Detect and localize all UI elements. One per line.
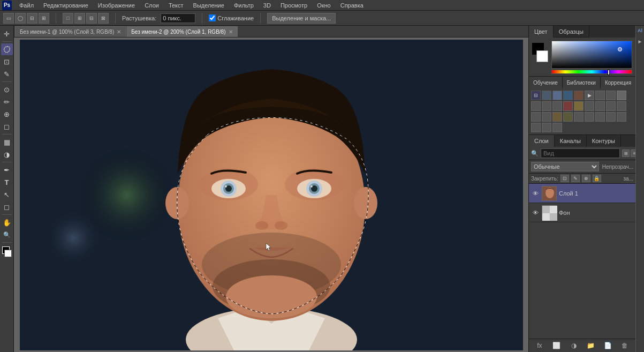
adj-icon-14[interactable] xyxy=(574,101,584,111)
libraries-tab[interactable]: Библиотеки xyxy=(563,77,601,88)
sub-selection-icon[interactable]: ⊟ xyxy=(86,13,97,24)
layers-tab[interactable]: Слои xyxy=(529,135,555,147)
color-tab[interactable]: Цвет xyxy=(529,26,554,38)
layer-adjustment-button[interactable]: ◑ xyxy=(569,341,579,350)
hue-slider[interactable] xyxy=(551,70,632,74)
rect-select-icon[interactable]: ▭ xyxy=(3,13,14,24)
adj-icon-4[interactable] xyxy=(563,91,573,100)
lasso-tool[interactable] xyxy=(1,43,13,55)
new-selection-icon[interactable]: □ xyxy=(63,13,73,24)
hue-thumb[interactable] xyxy=(608,70,610,75)
smooth-checkbox[interactable] xyxy=(209,14,216,21)
adj-icon-16[interactable] xyxy=(595,101,605,111)
adj-icon-22[interactable] xyxy=(563,112,573,122)
menu-item-3d[interactable]: 3D xyxy=(261,2,273,9)
layer-new-button[interactable]: 📄 xyxy=(603,341,612,350)
adj-icon-30[interactable] xyxy=(552,123,562,132)
adj-icon-28[interactable] xyxy=(531,123,541,132)
adj-icon-11[interactable] xyxy=(542,101,551,111)
layer-delete-button[interactable]: 🗑 xyxy=(620,341,630,350)
layer-icon-1[interactable]: ⊞ xyxy=(622,149,630,157)
adj-icon-25[interactable] xyxy=(595,112,605,122)
ellipse-select-icon[interactable]: ◯ xyxy=(15,13,26,24)
single-row-icon[interactable]: ⊟ xyxy=(27,13,37,24)
color-picker[interactable] xyxy=(551,41,632,73)
learning-tab[interactable]: Обучение xyxy=(529,77,563,88)
tab-1-close[interactable]: ✕ xyxy=(229,29,233,35)
brush-tool[interactable]: ✏ xyxy=(1,96,13,108)
bg-swatch[interactable] xyxy=(536,50,548,62)
color-picker-dot[interactable] xyxy=(618,47,622,51)
spot-heal-tool[interactable]: ⊙ xyxy=(1,84,13,95)
select-mask-button[interactable]: Выделение и маска... xyxy=(267,13,336,24)
crop-tool[interactable]: ⊡ xyxy=(1,56,13,68)
tab-0-close[interactable]: ✕ xyxy=(117,29,121,35)
adj-icon-1[interactable]: ⊟ xyxy=(531,91,541,100)
adj-icon-7[interactable] xyxy=(595,91,605,100)
blend-mode-select[interactable]: Обычные xyxy=(531,162,599,171)
menu-item-file[interactable]: Файл xyxy=(17,2,36,9)
lock-pixels-icon[interactable]: ⊡ xyxy=(560,175,569,182)
layer-mask-button[interactable]: ⬜ xyxy=(552,341,562,350)
adj-icon-24[interactable] xyxy=(585,112,594,122)
paths-tab[interactable]: Контуры xyxy=(587,135,621,147)
shape-tool[interactable]: ◻ xyxy=(1,201,13,213)
mini-icon-arrow[interactable]: ► xyxy=(638,39,643,44)
pen-tool[interactable]: ✒ xyxy=(1,164,13,176)
adj-icon-27[interactable] xyxy=(617,112,626,122)
layer-0-visibility[interactable]: 👁 xyxy=(531,189,540,198)
adj-icon-5[interactable] xyxy=(574,91,584,100)
adj-icon-17[interactable] xyxy=(606,101,616,111)
correction-tab[interactable]: Коррекция xyxy=(601,77,636,88)
adj-icon-23[interactable] xyxy=(574,112,584,122)
eyedropper-tool[interactable]: ✎ xyxy=(1,68,13,80)
adj-icon-18[interactable] xyxy=(617,101,626,111)
layers-search-input[interactable] xyxy=(541,148,620,158)
hand-tool[interactable]: ✋ xyxy=(1,216,13,228)
tab-0[interactable]: Без имени-1 @ 100% (Слой 3, RGB/8) ✕ xyxy=(15,26,126,37)
menu-item-select[interactable]: Выделение xyxy=(191,2,226,9)
canvas-wrapper[interactable] xyxy=(14,38,528,352)
menu-item-window[interactable]: Окно xyxy=(315,2,333,9)
color-gradient-field[interactable] xyxy=(551,41,632,69)
adj-icon-2[interactable] xyxy=(542,91,551,100)
bg-color-swatch[interactable] xyxy=(4,250,12,257)
menu-item-view[interactable]: Просмотр xyxy=(278,2,309,9)
adj-icon-9[interactable] xyxy=(617,91,626,100)
menu-item-image[interactable]: Изображение xyxy=(96,2,137,9)
path-select-tool[interactable]: ↖ xyxy=(1,189,13,200)
menu-item-filter[interactable]: Фильтр xyxy=(232,2,256,9)
zoom-tool[interactable]: 🔍 xyxy=(1,229,13,241)
lock-all-icon[interactable]: 🔒 xyxy=(593,175,601,182)
adj-icon-19[interactable] xyxy=(531,112,541,122)
adj-icon-6[interactable]: ▶ xyxy=(585,91,594,100)
adj-icon-3[interactable] xyxy=(552,91,562,100)
intersect-selection-icon[interactable]: ⊠ xyxy=(98,13,109,24)
layer-row-0[interactable]: 👁 Слой 1 xyxy=(529,184,635,203)
adj-icon-10[interactable] xyxy=(531,101,541,111)
menu-item-layers[interactable]: Слои xyxy=(142,2,161,9)
color-fg-bg[interactable] xyxy=(1,246,13,258)
lock-position-icon[interactable]: ✎ xyxy=(571,175,580,182)
swatches-tab[interactable]: Образцы xyxy=(554,26,589,38)
mini-icon-ai[interactable]: Al xyxy=(638,28,642,33)
tab-1[interactable]: Без имени-2 @ 200% (Слой 1, RGB/8) ✕ xyxy=(126,26,237,37)
feather-input[interactable] xyxy=(161,13,195,23)
layer-1-visibility[interactable]: 👁 xyxy=(531,208,540,217)
layer-row-1[interactable]: 👁 Фон xyxy=(529,203,635,222)
type-tool[interactable]: T xyxy=(1,176,13,188)
move-tool[interactable]: ✛ xyxy=(1,28,13,40)
adj-icon-20[interactable] xyxy=(542,112,551,122)
adj-icon-29[interactable] xyxy=(542,123,551,132)
channels-tab[interactable]: Каналы xyxy=(555,135,587,147)
lock-artboard-icon[interactable]: ⊕ xyxy=(582,175,590,182)
adj-icon-8[interactable] xyxy=(606,91,616,100)
adj-icon-15[interactable] xyxy=(585,101,594,111)
dodge-tool[interactable]: ◑ xyxy=(1,148,13,160)
single-col-icon[interactable]: ⊞ xyxy=(39,13,49,24)
layer-group-button[interactable]: 📁 xyxy=(586,341,595,350)
gradient-tool[interactable]: ▦ xyxy=(1,136,13,148)
adj-icon-12[interactable] xyxy=(552,101,562,111)
adj-icon-21[interactable] xyxy=(552,112,562,122)
menu-item-help[interactable]: Справка xyxy=(338,2,366,9)
